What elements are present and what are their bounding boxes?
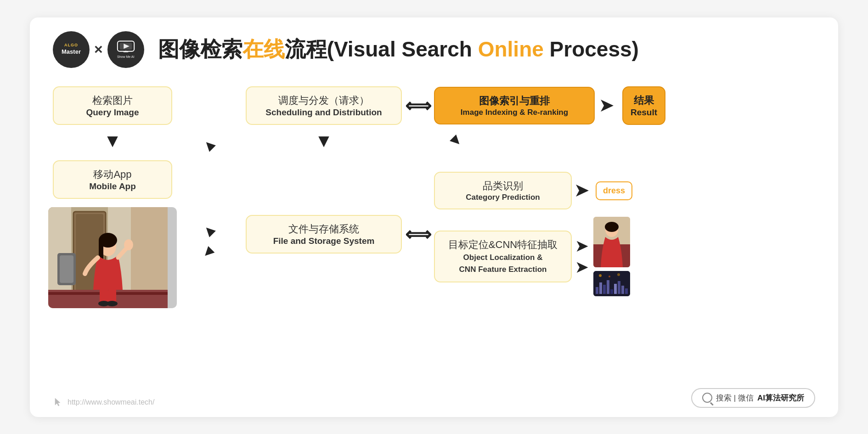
search-badge: 搜索 | 微信 AI算法研究所 xyxy=(691,388,815,408)
objloc-box: 目标定位&CNN特征抽取 Object Localization & CNN F… xyxy=(434,231,572,282)
watermark-url: http://www.showmeai.tech/ xyxy=(68,398,154,406)
file-storage-en: File and Storage System xyxy=(256,236,392,246)
objloc-arrows: ➤ ➤ xyxy=(575,237,588,276)
objloc-en2: CNN Feature Extraction xyxy=(444,264,562,276)
scheduling-box: 调度与分发（请求） Scheduling and Distribution xyxy=(246,86,402,125)
title-en-online: Online xyxy=(478,37,544,61)
svg-rect-34 xyxy=(621,286,624,294)
feature-thumbnail xyxy=(593,271,630,296)
dress-label: dress xyxy=(603,186,625,195)
mobile-app-cn: 移动App xyxy=(63,168,162,181)
left-mid-arrows: ▲ ▼ xyxy=(172,208,246,261)
title-en-part1: 流程(Visual Search xyxy=(285,37,478,61)
svg-rect-32 xyxy=(614,284,617,294)
arrow-down-sched: ▼ xyxy=(246,131,402,150)
search-text: 搜索 | 微信 xyxy=(716,393,754,403)
person-thumb-svg xyxy=(593,217,630,267)
top-flow-row: 检索图片 Query Image 调度与分发（请求） Scheduling an… xyxy=(53,86,815,125)
mobile-app-en: Mobile App xyxy=(63,181,162,192)
dress-box: dress xyxy=(596,181,632,200)
mobile-app-section: 移动App Mobile App xyxy=(53,160,172,308)
indexing-cn: 图像索引与重排 xyxy=(444,94,585,108)
arrow-bidir-top: ⟺ xyxy=(402,95,434,116)
arrow-to-dress: ➤ xyxy=(575,181,588,200)
result-box: 结果 Result xyxy=(622,86,665,125)
category-en: Category Prediction xyxy=(444,193,562,202)
showme-label: Show Me AI xyxy=(117,55,134,59)
objloc-en1: Object Localization & xyxy=(444,252,562,264)
query-image-box: 检索图片 Query Image xyxy=(53,86,172,125)
feature-thumb-svg xyxy=(593,271,630,296)
svg-rect-35 xyxy=(625,288,628,294)
showme-icon xyxy=(117,40,135,54)
svg-rect-28 xyxy=(599,282,602,294)
svg-rect-16 xyxy=(100,289,108,303)
indexing-en: Image Indexing & Re-ranking xyxy=(444,108,585,117)
title-en-part2: Process) xyxy=(544,37,639,61)
result-photos xyxy=(589,217,630,296)
algo-text: ALGO xyxy=(64,43,78,48)
svg-point-37 xyxy=(609,276,610,277)
showme-logo: Show Me AI xyxy=(107,31,144,68)
result-cn: 结果 xyxy=(631,94,657,107)
svg-rect-17 xyxy=(108,289,116,303)
svg-rect-29 xyxy=(603,285,606,294)
query-image-cn: 检索图片 xyxy=(63,94,162,107)
bottom-flow-row: 移动App Mobile App xyxy=(53,160,815,308)
svg-point-15 xyxy=(124,239,133,250)
svg-rect-31 xyxy=(610,289,613,294)
arrow-down-query: ▼ xyxy=(53,131,172,150)
file-storage-box: 文件与存储系统 File and Storage System xyxy=(246,215,402,254)
search-icon xyxy=(702,393,712,403)
right-vertical-arrows: ▼ xyxy=(434,131,595,149)
svg-rect-4 xyxy=(125,51,126,52)
person-thumbnail xyxy=(593,217,630,267)
svg-point-19 xyxy=(107,301,118,306)
title-cn-online: 在线 xyxy=(242,37,285,61)
page-title: 图像检索在线流程(Visual Search Online Process) xyxy=(158,35,639,64)
query-image-en: Query Image xyxy=(63,107,162,118)
svg-rect-33 xyxy=(618,281,620,294)
query-photo xyxy=(48,207,177,308)
header: ALGO Master × Show Me AI 图像检索在线流程(Visual… xyxy=(53,31,815,68)
x-separator: × xyxy=(94,41,103,58)
category-row: 品类识别 Category Prediction ➤ dress xyxy=(434,172,632,209)
category-cn: 品类识别 xyxy=(444,179,562,193)
svg-rect-21 xyxy=(60,255,73,283)
svg-point-38 xyxy=(617,273,620,276)
right-bottom-section: 品类识别 Category Prediction ➤ dress 目标定位&CN… xyxy=(434,172,632,296)
scheduling-cn: 调度与分发（请求） xyxy=(256,94,392,107)
watermark: http://www.showmeai.tech/ xyxy=(53,397,154,408)
svg-rect-30 xyxy=(607,280,609,294)
arrow-bidir-bottom: ⟺ xyxy=(402,224,434,245)
file-storage-cn: 文件与存储系统 xyxy=(256,222,392,236)
svg-point-25 xyxy=(605,222,619,232)
flow-diagram: 检索图片 Query Image 调度与分发（请求） Scheduling an… xyxy=(53,86,815,308)
svg-rect-27 xyxy=(596,287,598,294)
category-box: 品类识别 Category Prediction xyxy=(434,172,572,209)
mobile-app-box: 移动App Mobile App xyxy=(53,160,172,199)
diagonal-arrows: ▲ xyxy=(172,131,246,154)
indexing-box: 图像索引与重排 Image Indexing & Re-ranking xyxy=(434,87,595,124)
svg-point-36 xyxy=(599,274,602,277)
objloc-cn: 目标定位&CNN特征抽取 xyxy=(444,238,562,252)
vertical-arrows-row: ▼ ▲ ▼ ▼ xyxy=(53,131,815,154)
arrow-to-result: ➤ xyxy=(595,96,618,115)
photo-svg xyxy=(48,207,168,308)
result-en: Result xyxy=(631,107,657,118)
cursor-icon xyxy=(53,397,64,408)
objloc-row: 目标定位&CNN特征抽取 Object Localization & CNN F… xyxy=(434,217,632,296)
scheduling-en: Scheduling and Distribution xyxy=(256,107,392,118)
title-cn-part1: 图像检索 xyxy=(158,37,242,61)
ai-text: AI算法研究所 xyxy=(757,393,804,403)
algo-master-logo: ALGO Master xyxy=(53,31,90,68)
master-text: Master xyxy=(62,48,81,56)
svg-rect-14 xyxy=(99,240,103,259)
